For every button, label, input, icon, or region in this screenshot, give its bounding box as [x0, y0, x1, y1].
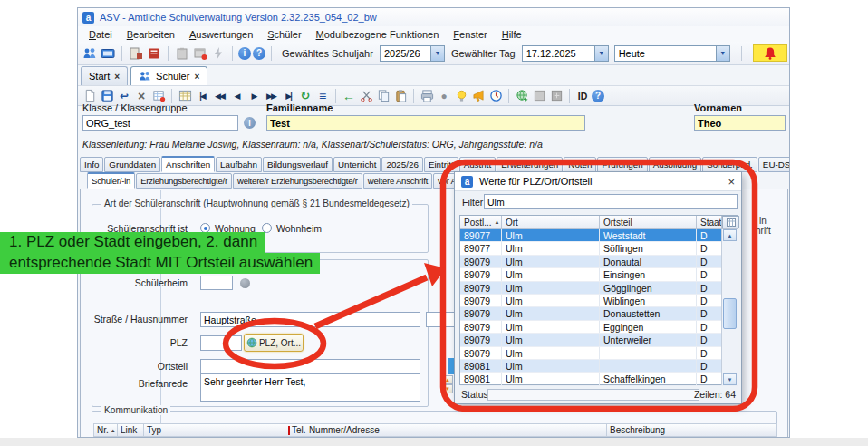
table-row[interactable]: 89079 Ulm Donautal D — [460, 256, 738, 268]
close-icon[interactable]: × — [728, 175, 735, 189]
nav-fast-back-icon[interactable]: ◀◀ — [211, 88, 227, 103]
announce-icon[interactable] — [470, 88, 487, 103]
id-help-icon[interactable]: ? — [592, 90, 604, 102]
alert-bell-button[interactable] — [753, 44, 787, 62]
tab[interactable]: Unterricht — [333, 157, 381, 172]
column-header[interactable]: Nr.▲ — [94, 424, 118, 436]
table-row[interactable]: 89077 Ulm Söflingen D — [460, 242, 738, 255]
print-icon[interactable] — [419, 88, 435, 103]
chevron-down-icon[interactable]: ▼ — [594, 46, 608, 61]
refresh-icon[interactable]: ↻ — [297, 88, 313, 103]
record-dot-icon[interactable]: ● — [436, 88, 452, 103]
column-chooser-button[interactable] — [722, 216, 739, 228]
plz-ort-button[interactable]: PLZ, Ort... — [244, 334, 304, 352]
clipboard-icon[interactable] — [174, 45, 190, 61]
undo-icon[interactable]: ↩ — [116, 88, 132, 103]
table-row[interactable]: 89081 Ulm D — [460, 360, 738, 373]
class-input[interactable] — [82, 115, 238, 131]
table-row[interactable]: 89079 Ulm Eggingen D — [460, 321, 738, 334]
tab[interactable]: Bildungsverlauf — [263, 157, 333, 172]
tab[interactable]: Laufbahn — [216, 157, 262, 172]
tab[interactable]: Anschriften — [161, 156, 215, 172]
class-info-icon[interactable]: i — [244, 117, 256, 129]
scroll-thumb[interactable] — [723, 298, 737, 329]
hint-bulb-icon[interactable] — [453, 88, 469, 103]
briefanrede-textarea[interactable]: Sehr geehrter Herr Test, — [200, 373, 420, 402]
day-mode-select[interactable]: Heute▼ — [614, 45, 730, 62]
schuelerheim-input[interactable] — [200, 276, 233, 290]
tab[interactable]: Grunddaten — [104, 157, 160, 172]
data-grid-icon[interactable] — [177, 88, 193, 103]
students-module-icon[interactable] — [82, 45, 98, 61]
chevron-down-icon[interactable]: ▼ — [716, 46, 729, 61]
tab[interactable]: 2025/26 — [381, 157, 422, 172]
table-row[interactable]: 89079 Ulm Unterweiler D — [460, 334, 738, 346]
menu-item[interactable]: Modulbezogene Funktionen — [309, 28, 447, 41]
nav-fast-forward-icon[interactable]: ▶▶ — [263, 88, 279, 103]
history-clock-icon[interactable] — [487, 88, 504, 103]
info-icon[interactable]: i — [238, 47, 251, 60]
tab[interactable]: Erziehungsberechtigte/r — [136, 173, 232, 189]
column-header-staat[interactable]: Staat — [697, 216, 722, 228]
workstation-icon[interactable] — [100, 45, 116, 61]
spin-down-button[interactable]: ▼ — [442, 384, 453, 393]
column-header[interactable]: Tel.-Nummer/Adresse — [285, 424, 607, 436]
save-icon[interactable] — [99, 88, 115, 103]
column-header[interactable]: Beschreibung — [607, 424, 776, 436]
nav-last-icon[interactable]: ▶| — [280, 88, 296, 103]
id-label[interactable]: ID — [574, 88, 591, 103]
help-icon[interactable]: ? — [253, 47, 265, 60]
table-row[interactable]: 89079 Ulm Donaustetten D — [460, 307, 738, 320]
nav-first-icon[interactable]: |◀ — [194, 88, 210, 103]
tab[interactable]: Info — [80, 157, 103, 172]
close-icon[interactable]: × — [114, 72, 120, 82]
ortsteil-input[interactable] — [200, 359, 420, 374]
table-row[interactable]: 89079 Ulm Einsingen D — [460, 268, 738, 281]
chevron-down-icon[interactable]: ▼ — [430, 46, 444, 61]
menu-item[interactable]: Auswertungen — [182, 28, 260, 41]
tab[interactable]: Austritt — [459, 157, 497, 172]
table-row[interactable]: 89081 Ulm Schaffelkingen D — [460, 373, 738, 385]
table-row[interactable]: 89077 Ulm Weststadt D — [460, 229, 738, 242]
school-report-icon[interactable] — [128, 45, 144, 61]
address-book-icon[interactable] — [146, 45, 162, 61]
tab[interactable]: EU-DSGVO — [758, 157, 790, 172]
tab[interactable]: Noten — [564, 157, 596, 172]
tab[interactable]: weitere/r Erziehungsberechtigte/r — [233, 173, 362, 189]
plz-input[interactable] — [200, 335, 242, 351]
spin-up-button[interactable]: ▲ — [442, 375, 453, 384]
list-view-icon[interactable]: ≡ — [314, 88, 331, 103]
tab[interactable]: Ausbildung — [649, 157, 701, 172]
column-header[interactable]: Link — [118, 424, 144, 436]
strasse-input[interactable] — [200, 312, 420, 327]
sync-globe-icon[interactable] — [514, 88, 530, 103]
back-arrow-icon[interactable]: ← — [341, 88, 357, 103]
menu-item[interactable]: Hilfe — [495, 28, 529, 41]
scroll-down-button[interactable]: ▼ — [723, 373, 737, 385]
import-icon[interactable] — [531, 88, 547, 103]
table-row[interactable]: 89079 Ulm Wiblingen D — [460, 295, 738, 307]
tab-start[interactable]: Start × — [81, 66, 128, 85]
scroll-up-button[interactable]: ▲ — [723, 229, 737, 241]
close-icon[interactable]: × — [194, 72, 199, 82]
nav-back-icon[interactable]: ◀ — [228, 88, 245, 103]
tab[interactable]: Prüfungen — [597, 157, 647, 172]
delete-record-icon[interactable]: × — [133, 88, 149, 103]
table-alert-icon[interactable] — [150, 88, 167, 103]
day-select[interactable]: 17.12.2025▼ — [522, 45, 609, 62]
column-header-plz[interactable]: Postl...▲ — [460, 216, 502, 228]
tab[interactable]: Erweiterungen — [497, 157, 563, 172]
tab[interactable]: Sonderpäd. — [702, 157, 757, 172]
column-header[interactable]: Typ — [144, 424, 285, 436]
window-alert-icon[interactable] — [192, 45, 208, 61]
menu-item[interactable]: Fenster — [446, 28, 494, 41]
table-row[interactable]: 89079 Ulm D — [460, 347, 738, 360]
menu-item[interactable]: Schüler — [260, 28, 308, 41]
copy-icon[interactable] — [375, 88, 391, 103]
menu-item[interactable]: Datei — [82, 28, 120, 41]
nav-forward-icon[interactable]: ▶ — [246, 88, 262, 103]
vertical-scrollbar[interactable]: ▲ ▼ — [721, 229, 738, 385]
table-row[interactable]: 89079 Ulm Gögglingen D — [460, 282, 738, 295]
export-icon[interactable] — [548, 88, 564, 103]
column-header-ortsteil[interactable]: Ortsteil — [600, 216, 697, 228]
